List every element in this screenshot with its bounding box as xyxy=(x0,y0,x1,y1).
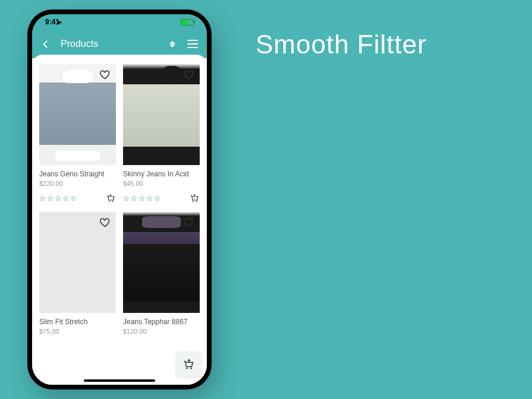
star-icon xyxy=(131,195,137,202)
heart-icon xyxy=(99,217,111,229)
svg-point-0 xyxy=(109,201,110,202)
back-button[interactable] xyxy=(40,38,52,50)
product-price: $45.00 xyxy=(123,180,200,187)
cart-icon xyxy=(182,357,195,370)
cart-icon xyxy=(189,193,200,204)
product-name: Jeans Tepphar 8867 xyxy=(123,318,200,326)
svg-point-3 xyxy=(196,201,197,202)
rating-stars[interactable] xyxy=(39,195,77,202)
battery-icon xyxy=(181,19,194,26)
product-image xyxy=(123,64,200,165)
nav-title: Products xyxy=(61,39,158,49)
favorite-button[interactable] xyxy=(183,69,195,81)
add-to-cart-button[interactable] xyxy=(105,193,116,204)
svg-point-1 xyxy=(112,201,114,202)
heart-icon xyxy=(183,69,195,81)
add-to-cart-button[interactable] xyxy=(189,193,200,204)
product-price: $220.00 xyxy=(39,180,116,187)
heart-icon xyxy=(99,69,111,81)
product-name: Jeans Geno Straight xyxy=(39,170,116,178)
product-card[interactable]: Slim Fit Stretch $75.00 xyxy=(39,212,116,335)
product-name: Slim Fit Stretch xyxy=(39,318,116,326)
star-icon xyxy=(70,195,77,202)
home-indicator[interactable] xyxy=(84,379,155,382)
favorite-button[interactable] xyxy=(183,217,195,229)
star-icon xyxy=(39,195,46,202)
sort-button[interactable] xyxy=(166,38,178,50)
svg-point-5 xyxy=(190,368,192,369)
product-list[interactable]: Jeans Geno Straight $220.00 Skinny Jeans xyxy=(32,55,207,385)
favorite-button[interactable] xyxy=(99,69,111,81)
star-icon xyxy=(55,195,61,202)
cart-icon xyxy=(105,193,116,204)
product-image xyxy=(39,64,116,165)
product-image xyxy=(39,212,116,313)
product-card[interactable]: Jeans Tepphar 8867 $120.00 xyxy=(123,212,200,335)
rating-stars[interactable] xyxy=(123,195,160,202)
star-icon xyxy=(123,195,130,202)
product-name: Skinny Jeans In Acid xyxy=(123,170,200,178)
svg-point-4 xyxy=(186,368,188,369)
page-heading: Smooth Filtter xyxy=(256,30,427,59)
nav-bar: Products xyxy=(32,30,207,58)
product-price: $120.00 xyxy=(123,328,200,335)
star-icon xyxy=(146,195,153,202)
favorite-button[interactable] xyxy=(99,217,111,229)
phone-frame: 9:41 ➤ Products Jeans Geno Strai xyxy=(27,10,212,390)
phone-screen: 9:41 ➤ Products Jeans Geno Strai xyxy=(32,14,207,385)
hamburger-icon xyxy=(187,40,198,48)
chevron-left-icon xyxy=(43,40,51,48)
svg-point-2 xyxy=(193,201,194,202)
star-icon xyxy=(62,195,69,202)
star-icon xyxy=(154,195,160,202)
product-card[interactable]: Skinny Jeans In Acid $45.00 xyxy=(123,64,200,204)
sort-icon xyxy=(169,41,175,48)
product-price: $75.00 xyxy=(39,328,116,335)
star-icon xyxy=(138,195,145,202)
location-icon: ➤ xyxy=(57,19,62,26)
floating-cart-button[interactable] xyxy=(176,352,201,376)
star-icon xyxy=(47,195,53,202)
heart-icon xyxy=(183,217,195,229)
product-card[interactable]: Jeans Geno Straight $220.00 xyxy=(39,64,116,204)
menu-button[interactable] xyxy=(187,38,199,50)
status-bar: 9:41 ➤ xyxy=(32,14,207,30)
product-image xyxy=(123,212,200,313)
